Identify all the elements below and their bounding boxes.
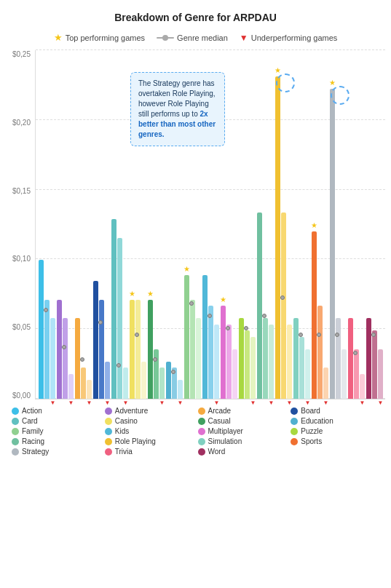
top-star-icon: ★	[329, 79, 336, 87]
genre-color-dot	[291, 408, 298, 415]
legend-genre-education: Education	[291, 417, 379, 425]
median-dot	[171, 370, 175, 374]
median-dot	[80, 357, 84, 362]
bar	[239, 318, 244, 399]
chart-container: Breakdown of Genre for ARPDAU ★ Top perf…	[0, 0, 391, 588]
y-label-15: $0,15	[12, 187, 31, 195]
bar	[232, 349, 237, 399]
bar: ★	[275, 76, 280, 399]
bar	[202, 275, 208, 399]
genre-group-multiplayer: ★	[221, 306, 237, 399]
genre-group-board: ▼	[93, 281, 110, 399]
genre-color-dot	[105, 408, 112, 415]
legend-genre-multiplayer: Multiplayer	[198, 427, 287, 435]
median-dot	[262, 314, 266, 318]
y-label-25: $0,25	[12, 50, 31, 58]
legend-genre-family: Family	[12, 427, 100, 435]
bar	[75, 318, 80, 399]
genre-label: Role Playing	[115, 437, 156, 445]
genre-group-racing: ▼	[257, 212, 274, 399]
legend-genre-simulation: Simulation	[198, 437, 287, 445]
genre-group-adventure: ▼	[57, 300, 74, 399]
under-triangle-icon: ▼	[250, 400, 256, 406]
y-label-10: $0,10	[12, 255, 31, 263]
under-triangle-icon: ▼	[50, 400, 56, 406]
bar: ▼	[378, 349, 383, 399]
genre-label: Card	[22, 417, 38, 425]
bar	[341, 349, 347, 399]
genre-label: Casual	[208, 417, 231, 425]
median-dot	[299, 333, 303, 337]
genre-label: Sports	[301, 437, 322, 445]
bar	[372, 330, 377, 399]
bar	[141, 362, 146, 399]
bar	[226, 325, 232, 399]
legend-genre-casino: Casino	[105, 417, 194, 425]
bar	[299, 337, 304, 399]
genre-label: Kids	[115, 427, 129, 435]
under-triangle-icon: ▼	[360, 400, 366, 406]
median-dot	[153, 357, 157, 362]
median-dot	[62, 345, 66, 349]
triangle-icon: ▼	[240, 33, 248, 43]
genre-label: Casino	[115, 417, 138, 425]
genre-group-strategy: ★	[330, 89, 347, 399]
bar	[196, 318, 201, 399]
legend-genre-card: Card	[12, 417, 100, 425]
legend-genre-board: Board	[291, 407, 379, 415]
highlight-circle	[331, 86, 349, 105]
genre-group-puzzle: ▼	[239, 318, 256, 399]
bar: ▼	[214, 325, 219, 399]
bar	[293, 318, 299, 399]
chart-wrapper: $0,00 $0,05 $0,10 $0,15 $0,20 $0,25 The …	[6, 50, 385, 400]
bar: ▼	[87, 380, 92, 399]
genre-color-dot	[12, 448, 19, 456]
bar: ▼	[50, 318, 55, 399]
bar: ★	[221, 306, 226, 399]
genre-color-dot	[12, 428, 19, 435]
genre-color-dot	[291, 438, 298, 445]
legend-genre-kids: Kids	[105, 427, 194, 435]
bar	[57, 300, 62, 399]
chart-title: Breakdown of Genre for ARPDAU	[6, 12, 385, 23]
bar	[336, 318, 341, 399]
legend-under: ▼ Underperforming games	[240, 33, 338, 43]
median-dot	[189, 301, 194, 306]
highlight-circle	[276, 74, 295, 92]
genre-group-simulation: ▼	[293, 318, 310, 399]
median-dot	[244, 326, 248, 330]
legend-median-label: Genre median	[177, 33, 228, 42]
legend: ★ Top performing games Genre median ▼ Un…	[6, 32, 385, 43]
under-triangle-icon: ▼	[68, 400, 74, 406]
genre-label: Education	[301, 417, 333, 425]
bar	[348, 318, 353, 399]
genre-color-dot	[12, 408, 19, 415]
median-line-icon	[157, 37, 174, 39]
bar	[39, 260, 44, 399]
bar: ▼	[123, 368, 128, 399]
genre-color-dot	[291, 428, 298, 435]
bar: ★	[130, 300, 135, 399]
legend-genre-arcade: Arcade	[198, 407, 287, 415]
genre-group-casino: ★	[130, 300, 146, 399]
median-dot	[116, 363, 121, 368]
bar	[166, 362, 171, 399]
genre-label: Strategy	[22, 448, 49, 456]
genre-group-casual: ★▼	[148, 300, 165, 399]
legend-genre-adventure: Adventure	[105, 407, 194, 415]
under-triangle-icon: ▼	[378, 400, 384, 406]
legend-genre-role-playing: Role Playing	[105, 437, 194, 445]
genre-label: Board	[301, 407, 320, 415]
genre-color-dot	[198, 428, 205, 435]
genre-label: Family	[22, 427, 43, 435]
genre-label: Action	[22, 407, 42, 415]
top-star-icon: ★	[275, 66, 281, 74]
bar	[117, 238, 122, 399]
genre-group-sports: ★▼	[312, 231, 328, 399]
legend-genre-trivia: Trivia	[105, 448, 194, 456]
top-star-icon: ★	[129, 290, 135, 298]
under-triangle-icon: ▼	[123, 400, 129, 406]
legend-genre-racing: Racing	[12, 437, 100, 445]
legend-genre-sports: Sports	[291, 437, 379, 445]
top-star-icon: ★	[220, 295, 226, 303]
